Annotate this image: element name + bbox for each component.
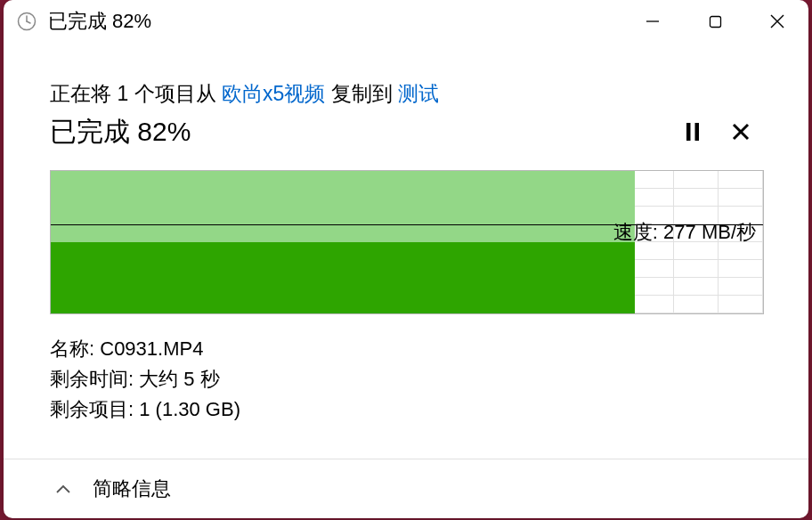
detail-items-row: 剩余项目: 1 (1.30 GB) [50,394,762,425]
speed-value: 277 MB/秒 [663,221,756,243]
watermark-text: 什么值得买 [716,485,796,507]
pause-button[interactable] [671,113,714,150]
copy-prefix: 正在将 1 个项目从 [50,82,222,105]
titlebar: 已完成 82% [4,0,808,43]
watermark-icon: 值 [684,483,710,509]
window-controls [621,0,808,43]
svg-rect-8 [695,123,700,141]
speed-chart: 速度: 277 MB/秒 [50,170,764,314]
svg-rect-7 [686,123,691,141]
items-left-value: 1 (1.30 GB) [139,398,240,420]
name-label: 名称: [50,337,94,360]
chart-recent-fill [51,171,635,242]
cancel-button[interactable] [719,113,762,150]
details-toggle-label: 简略信息 [93,475,171,502]
minimize-button[interactable] [621,0,684,43]
time-left-label: 剩余时间: [50,368,134,390]
detail-name-row: 名称: C0931.MP4 [50,334,762,364]
time-left-value: 大约 5 秒 [139,368,219,390]
dialog-content: 正在将 1 个项目从 欧尚x5视频 复制到 测试 已完成 82% [4,43,808,518]
speed-label-text: 速度: [613,221,658,243]
watermark: 值 什么值得买 [673,477,807,515]
copy-dialog-window: 已完成 82% 正在将 1 个项目从 欧尚x5视频 复制到 测试 已完成 82% [4,0,808,518]
chevron-up-icon [55,477,71,500]
status-row: 已完成 82% [50,113,762,150]
destination-folder-link[interactable]: 测试 [398,82,439,105]
chart-progress-fill [51,242,635,313]
clock-icon [16,11,37,32]
items-left-label: 剩余项目: [50,398,134,420]
source-folder-link[interactable]: 欧尚x5视频 [222,82,325,105]
name-value: C0931.MP4 [100,337,203,360]
maximize-button[interactable] [684,0,746,43]
copy-description: 正在将 1 个项目从 欧尚x5视频 复制到 测试 [50,80,762,108]
window-title: 已完成 82% [48,8,621,35]
svg-rect-4 [710,16,720,27]
copy-middle: 复制到 [325,82,398,105]
copy-details: 名称: C0931.MP4 剩余时间: 大约 5 秒 剩余项目: 1 (1.30… [50,334,762,425]
progress-status: 已完成 82% [50,114,666,150]
speed-readout: 速度: 277 MB/秒 [613,219,756,246]
svg-line-2 [27,21,30,23]
detail-time-row: 剩余时间: 大约 5 秒 [50,364,762,394]
close-window-button[interactable] [746,0,808,43]
